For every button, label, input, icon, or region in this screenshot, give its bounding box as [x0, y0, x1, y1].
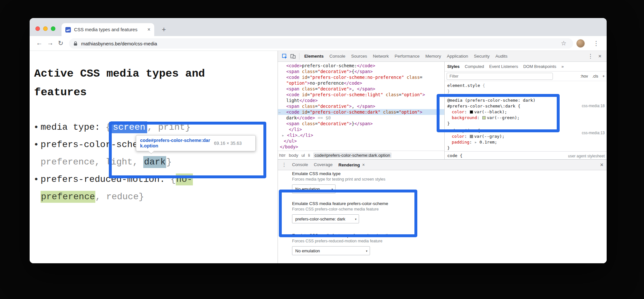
dom-tree-row[interactable]: <code>prefers-color-scheme:</code>: [278, 63, 444, 69]
back-icon[interactable]: ←: [36, 39, 43, 47]
toggle-hover-state-button[interactable]: :hov: [580, 74, 588, 79]
styles-tab-dom-breakpoints[interactable]: DOM Breakpoints: [521, 62, 559, 71]
browser-toolbar: ← → ↻ mathiasbynens.be/demo/css-media ☆ …: [30, 36, 607, 51]
close-window-button[interactable]: [35, 26, 40, 31]
css-line[interactable]: padding: ▸ 0.1rem;: [447, 140, 607, 145]
breadcrumb-item[interactable]: body: [289, 153, 298, 158]
drawer-tabs: ⋮ ConsoleCoverageRendering× ×: [278, 160, 607, 170]
breadcrumb-item[interactable]: code#prefers-color-scheme:dark.option: [313, 153, 392, 158]
dom-tree-row[interactable]: …<code id="prefers-color-scheme:dark" cl…: [278, 109, 444, 115]
devtools-tabs: ElementsConsoleSourcesNetworkPerformance…: [301, 51, 510, 61]
inspect-element-icon[interactable]: [280, 52, 289, 61]
styles-tab-event-listeners[interactable]: Event Listeners: [487, 62, 521, 71]
css-line[interactable]: }: [447, 145, 607, 151]
minimize-window-button[interactable]: [43, 26, 48, 31]
device-toolbar-icon[interactable]: [289, 52, 297, 61]
user-agent-rule: user agent stylesheet code {: [447, 153, 607, 159]
element-style-rule: element.style {}: [447, 83, 607, 95]
toggle-class-button[interactable]: .cls: [592, 74, 598, 79]
devtools-toolbar: ElementsConsoleSourcesNetworkPerformance…: [278, 51, 607, 62]
dom-tree-row[interactable]: <span class="decorative">, </span>: [278, 103, 444, 109]
page-text: , reduce}: [95, 192, 144, 202]
breadcrumb: htmlbodyullicode#prefers-color-scheme:da…: [278, 151, 444, 159]
new-tab-button[interactable]: +: [159, 25, 169, 34]
annotation-box-page: [109, 122, 266, 178]
bullet-line-prefers-reduced-motion-2: preference, reduce}: [41, 192, 144, 205]
section-desc: Forces CSS prefers-reduced-motion media …: [292, 239, 392, 243]
lock-icon: [73, 41, 78, 46]
drawer-tab-console[interactable]: Console: [289, 160, 311, 170]
dom-tree-row[interactable]: dark</code> == $0: [278, 115, 444, 121]
bullet-glyph: •: [33, 122, 39, 132]
color-swatch[interactable]: [470, 135, 473, 138]
tab-title: CSS media types and features: [74, 27, 144, 32]
breadcrumb-item[interactable]: li: [308, 153, 310, 158]
devtools-menu-icon[interactable]: ⋮: [585, 53, 596, 60]
dom-tree-row[interactable]: </body>: [278, 144, 444, 150]
devtools-tab-console[interactable]: Console: [327, 51, 348, 61]
page-heading: Active CSS media types andfeatures: [34, 64, 205, 102]
styles-filter-input[interactable]: [447, 73, 553, 80]
overflow-ellipsis-icon[interactable]: …: [279, 109, 281, 115]
styles-tab-computed[interactable]: Computed: [462, 62, 487, 71]
dom-tree-row[interactable]: <span class="decorative">}</span>: [278, 121, 444, 126]
prefers-reduced-motion-select[interactable]: No emulation ▾: [292, 246, 370, 255]
address-bar[interactable]: mathiasbynens.be/demo/css-media: [69, 38, 573, 49]
window-controls: [35, 26, 55, 31]
devtools-tab-sources[interactable]: Sources: [348, 51, 370, 61]
devtools-tab-application[interactable]: Application: [444, 51, 471, 61]
annotation-box-styles: [437, 94, 560, 132]
devtools-tab-security[interactable]: Security: [471, 51, 493, 61]
devtools-tab-network[interactable]: Network: [370, 51, 392, 61]
dom-tree-row[interactable]: </li>: [278, 126, 444, 132]
breadcrumb-item[interactable]: ul: [301, 153, 305, 158]
browser-window: CSS media types and features × + ← → ↻ m…: [30, 18, 607, 263]
section-desc: Forces media type for testing print and …: [292, 177, 385, 182]
divider: [299, 53, 299, 60]
styles-sidebar-tabs: StylesComputedEvent ListenersDOM Breakpo…: [445, 62, 607, 71]
forward-icon[interactable]: →: [47, 39, 53, 47]
breadcrumb-item[interactable]: html: [279, 153, 286, 158]
dom-tree-row[interactable]: <code id="prefers-color-scheme:no-prefer…: [278, 74, 444, 80]
dom-tree-row[interactable]: light</code>: [278, 98, 444, 103]
section-title: Emulate CSS media type: [292, 171, 385, 176]
devtools-tab-performance[interactable]: Performance: [392, 51, 422, 61]
bookmark-star-icon[interactable]: ☆: [561, 40, 566, 47]
close-tab-icon[interactable]: ×: [147, 27, 150, 32]
styles-tab-styles[interactable]: Styles: [445, 62, 462, 71]
more-tabs-icon[interactable]: »: [559, 62, 566, 71]
close-drawer-icon[interactable]: ×: [600, 162, 603, 168]
drawer-tab-coverage[interactable]: Coverage: [311, 160, 336, 170]
reload-icon[interactable]: ↻: [58, 39, 63, 47]
maximize-window-button[interactable]: [51, 26, 55, 31]
highlighted-option: preference: [41, 191, 95, 203]
devtools-tab-elements[interactable]: Elements: [301, 51, 327, 61]
tab-strip: CSS media types and features × +: [30, 18, 607, 36]
drawer-menu-icon[interactable]: ⋮: [279, 162, 289, 168]
profile-avatar[interactable]: [576, 39, 585, 48]
dom-tree-row[interactable]: <span class="decorative">, </span>: [278, 86, 444, 92]
devtools-close-icon[interactable]: ×: [596, 53, 604, 60]
dom-tree-row[interactable]: </ul>: [278, 138, 444, 144]
new-style-rule-button[interactable]: +: [602, 74, 605, 79]
annotation-box-rendering: [279, 190, 417, 237]
dom-tree-row[interactable]: <span class="decorative">{</span>: [278, 69, 444, 74]
favicon-icon: [65, 27, 71, 33]
dom-tree-row[interactable]: "option">no-preference</code>: [278, 80, 444, 86]
url-text: mathiasbynens.be/demo/css-media: [81, 41, 157, 46]
css-line[interactable]: code {: [447, 153, 607, 159]
drawer-tab-rendering[interactable]: Rendering×: [336, 160, 368, 170]
dom-tree-row[interactable]: ▸ <li>…</li>: [278, 132, 444, 138]
browser-tab[interactable]: CSS media types and features ×: [62, 23, 154, 36]
browser-menu-icon[interactable]: ⋮: [593, 40, 599, 47]
css-line[interactable]: color: var(--gray);: [447, 134, 607, 140]
page-text: media type:: [41, 122, 106, 132]
divider: [445, 151, 607, 152]
chevron-down-icon: ▾: [366, 249, 367, 253]
devtools-tab-memory[interactable]: Memory: [422, 51, 444, 61]
css-line[interactable]: element.style {: [447, 83, 607, 89]
devtools-tab-audits[interactable]: Audits: [493, 51, 511, 61]
bullet-glyph: •: [33, 174, 39, 184]
dom-tree-row[interactable]: <code id="prefers-color-scheme:light" cl…: [278, 92, 444, 98]
close-tab-icon[interactable]: ×: [362, 162, 365, 167]
